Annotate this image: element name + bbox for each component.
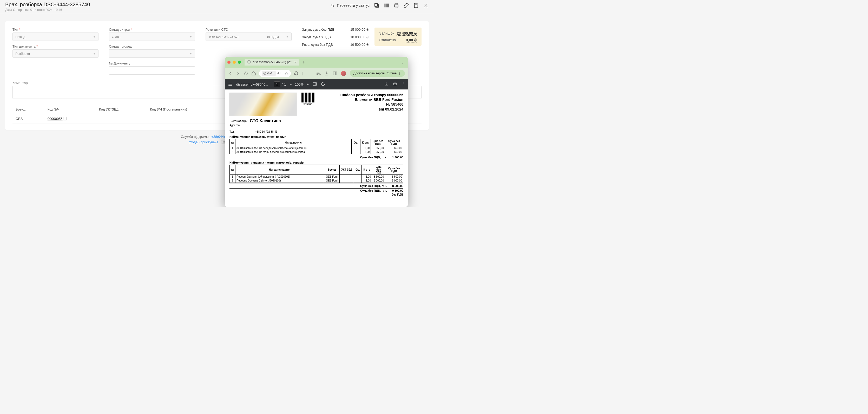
playlist-icon[interactable] xyxy=(316,71,321,76)
globe-icon xyxy=(247,60,251,64)
chrome-update-button[interactable]: Доступна нова версія Chrome⋮ xyxy=(350,70,405,77)
zoom-out-icon[interactable]: − xyxy=(290,83,292,86)
barcode-icon xyxy=(301,93,315,102)
svg-rect-0 xyxy=(333,72,337,75)
type-select[interactable]: Розхід▼ xyxy=(12,32,98,41)
extensions-icon[interactable] xyxy=(294,71,299,76)
created-at: Дата Створення: 01 лютого 2024, 19:46 xyxy=(5,8,90,12)
omnibox[interactable]: ⓘФайл /U... ☆ xyxy=(259,70,291,77)
window-min-icon[interactable] xyxy=(232,61,236,64)
chevron-down-icon: ▼ xyxy=(189,35,192,38)
chevron-down-icon: ▼ xyxy=(286,35,289,38)
export-icon[interactable] xyxy=(374,3,379,8)
reload-icon[interactable] xyxy=(244,71,248,76)
pdf-services-table: № Назва послуг Од. К-сть Ціна без ПДВ Су… xyxy=(229,139,403,154)
close-icon[interactable] xyxy=(423,3,429,8)
chevron-down-icon: ▼ xyxy=(189,52,192,55)
pdf-print-icon[interactable] xyxy=(393,82,397,87)
hamburger-icon[interactable] xyxy=(228,82,232,87)
browser-toolbar: ⓘФайл /U... ☆ | Доступна нова версія Chr… xyxy=(225,68,408,79)
bookmark-icon[interactable]: ☆ xyxy=(285,71,288,76)
doc-no-input[interactable] xyxy=(109,66,195,75)
pdf-header-image xyxy=(229,93,297,116)
page-header: Врах. розборка DSO-9444-3285740 Дата Ств… xyxy=(0,0,434,14)
zoom-in-icon[interactable]: + xyxy=(307,83,309,86)
chevron-down-icon: ▼ xyxy=(93,35,96,38)
back-icon[interactable] xyxy=(228,71,232,76)
window-max-icon[interactable] xyxy=(238,61,241,64)
tab-list-icon[interactable]: ⌄ xyxy=(400,59,405,65)
income-store-label: Склад приходу xyxy=(109,45,195,48)
home-icon[interactable] xyxy=(251,71,256,76)
browser-tab[interactable]: disassembly-585466 (3).pdf × xyxy=(245,59,299,65)
balance-link[interactable]: 23 400,00 ₴ xyxy=(397,31,417,35)
chrome-window: disassembly-585466 (3).pdf × + ⌄ ⓘФайл /… xyxy=(225,57,408,207)
expense-store-select[interactable]: ОФІС▼ xyxy=(109,32,195,41)
balance-box: Залишок23 400,00 ₴ Сплачено0,00 ₴ xyxy=(374,28,422,46)
page-title: Врах. розборка DSO-9444-3285740 xyxy=(5,2,90,7)
forward-icon[interactable] xyxy=(236,71,240,76)
tab-close-icon[interactable]: × xyxy=(294,60,297,64)
swap-icon xyxy=(330,3,335,8)
price-summary: Закуп. сума без ПДВ15 000,00 ₴ Закуп. су… xyxy=(302,28,369,50)
income-store-select[interactable]: ▼ xyxy=(109,50,195,58)
type-label: Тип xyxy=(12,28,98,31)
pdf-parts-table: № Назва запчастин Бренд УКТ ЗЕД Од. К-ст… xyxy=(229,165,403,183)
doc-no-label: № Документу xyxy=(109,61,195,65)
sto-select[interactable]: ТОВ КАРБУК СОФТ (з ПДВ) ▼ xyxy=(206,32,291,41)
pdf-more-icon[interactable]: ⋮ xyxy=(402,82,405,87)
expense-store-label: Склад витрат xyxy=(109,28,195,31)
sto-label: Реквізити СТО xyxy=(206,28,291,31)
window-close-icon[interactable] xyxy=(227,61,230,64)
doc-type-label: Тип документа xyxy=(12,45,98,48)
rotate-icon[interactable] xyxy=(321,82,326,87)
pdf-page-input[interactable] xyxy=(274,81,280,87)
doc-type-select[interactable]: Розборка▼ xyxy=(12,50,98,58)
paid-link[interactable]: 0,00 ₴ xyxy=(406,38,417,42)
save-icon[interactable] xyxy=(413,3,419,8)
pdf-content: 585466 Шаблон розборки товару 00000055 Е… xyxy=(225,89,408,207)
copy-icon[interactable] xyxy=(64,117,67,121)
pdf-toolbar: disassembly-58546... /1 − 100% + ⋮ xyxy=(225,79,408,89)
download-icon[interactable] xyxy=(324,71,329,76)
part-code-link[interactable]: 00000055 xyxy=(48,117,63,121)
link-icon[interactable] xyxy=(403,3,409,8)
agreement-link[interactable]: Угода Користувача xyxy=(189,140,218,144)
barcode-icon[interactable] xyxy=(383,3,389,8)
avatar[interactable] xyxy=(341,71,346,76)
pdf-download-icon[interactable] xyxy=(384,82,389,87)
sidepanel-icon[interactable] xyxy=(333,71,337,76)
chevron-down-icon: ▼ xyxy=(93,52,96,55)
transfer-status-button[interactable]: Перевести у статус xyxy=(330,3,370,8)
fit-icon[interactable] xyxy=(312,82,317,87)
print-icon[interactable] xyxy=(394,3,399,8)
new-tab-button[interactable]: + xyxy=(302,59,305,65)
browser-tab-strip: disassembly-585466 (3).pdf × + ⌄ xyxy=(225,57,408,68)
